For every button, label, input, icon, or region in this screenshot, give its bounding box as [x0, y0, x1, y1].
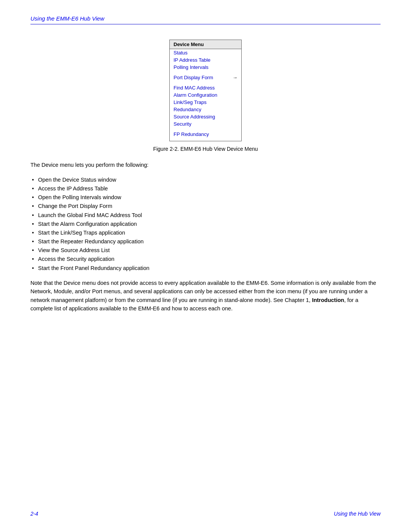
- page-container: Using the EMM-E6 Hub View Device Menu St…: [0, 0, 411, 532]
- list-item: Access the IP Address Table: [30, 184, 381, 193]
- header-title: Using the EMM-E6 Hub View: [30, 15, 104, 22]
- intro-paragraph: The Device menu lets you perform the fol…: [30, 161, 381, 169]
- page-footer: 2-4 Using the Hub View: [30, 511, 381, 517]
- list-item: View the Source Address List: [30, 246, 381, 255]
- list-item: Start the Front Panel Redundancy applica…: [30, 264, 381, 273]
- page-header: Using the EMM-E6 Hub View: [30, 15, 381, 24]
- list-item: Launch the Global Find MAC Address Tool: [30, 211, 381, 220]
- footer-section-title: Using the Hub View: [334, 511, 381, 517]
- menu-item-link-seg-traps[interactable]: Link/Seg Traps: [170, 99, 241, 106]
- menu-item-fp-redundancy[interactable]: FP Redundancy: [170, 131, 241, 138]
- menu-item-source-addressing[interactable]: Source Addressing: [170, 113, 241, 120]
- menu-item-security[interactable]: Security: [170, 120, 241, 128]
- bullet-list: Open the Device Status window Access the…: [30, 176, 381, 273]
- device-menu-box: Device Menu Status IP Address Table Poll…: [169, 40, 242, 141]
- footer-page-number: 2-4: [30, 511, 38, 517]
- menu-item-port-display-form-label: Port Display Form: [174, 75, 213, 80]
- list-item: Open the Device Status window: [30, 176, 381, 184]
- list-item: Start the Alarm Configuration applicatio…: [30, 220, 381, 228]
- note-paragraph: Note that the Device menu does not provi…: [30, 279, 381, 313]
- list-item: Start the Link/Seg Traps application: [30, 228, 381, 237]
- menu-item-port-display-form[interactable]: Port Display Form →: [170, 74, 241, 81]
- list-item: Change the Port Display Form: [30, 202, 381, 211]
- list-item: Open the Polling Intervals window: [30, 193, 381, 202]
- menu-separator-2: [170, 81, 241, 84]
- menu-header: Device Menu: [170, 40, 241, 49]
- menu-item-polling-intervals[interactable]: Polling Intervals: [170, 64, 241, 71]
- list-item: Start the Repeater Redundancy applicatio…: [30, 237, 381, 246]
- menu-item-redundancy[interactable]: Redundancy: [170, 106, 241, 113]
- list-item: Access the Security application: [30, 255, 381, 264]
- menu-item-status[interactable]: Status: [170, 49, 241, 56]
- figure-area: Device Menu Status IP Address Table Poll…: [30, 40, 381, 152]
- figure-caption: Figure 2-2. EMM-E6 Hub View Device Menu: [153, 146, 258, 152]
- menu-arrow-icon: →: [233, 75, 237, 80]
- menu-separator-1: [170, 71, 241, 74]
- menu-item-ip-address-table[interactable]: IP Address Table: [170, 56, 241, 64]
- menu-separator-3: [170, 128, 241, 131]
- note-bold: Introduction: [312, 297, 344, 303]
- menu-item-find-mac[interactable]: Find MAC Address: [170, 84, 241, 91]
- menu-separator-4: [170, 138, 241, 141]
- menu-item-alarm-config[interactable]: Alarm Configuration: [170, 91, 241, 99]
